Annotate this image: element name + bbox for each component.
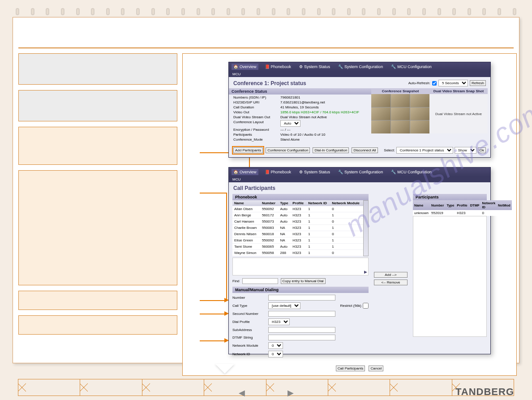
panel-title: Conference 1: Project status Auto-Refres… [229, 77, 490, 87]
conference-config-button[interactable]: Conference Configuration [266, 147, 310, 153]
tab-system-config[interactable]: 🔧 System Configuration [336, 169, 385, 175]
snapshot-area: Conference Snapshot Dual Video Stream Sn… [371, 88, 490, 142]
table-row[interactable]: Wayne Simon550058288H32310 [232, 250, 363, 256]
header-separator [18, 47, 514, 48]
phonebook-table: NameNumberTypeProfileNetwork IDNetwork M… [232, 200, 363, 256]
restrict-checkbox[interactable] [363, 303, 369, 309]
subaddress-label: SubAddress [232, 328, 268, 332]
column-header: Network ID [306, 200, 330, 206]
table-row[interactable]: Allan Olsen550092AutoH32310 [232, 206, 363, 212]
snapshot-grid [371, 94, 429, 133]
right-column: 🏠 Overview 📕 Phonebook ⚙ System Status 🔧… [182, 53, 517, 376]
copy-entry-button[interactable]: Copy entry to Manual Dial [281, 278, 326, 284]
add-participants-button[interactable]: Add Participants [233, 147, 263, 153]
add-button[interactable]: Add --> [374, 272, 408, 278]
table-row[interactable]: Charlie Brown550083NAH32311 [232, 225, 363, 231]
table-row[interactable]: Tami Stone560065AutoH32311 [232, 244, 363, 250]
find-input[interactable] [242, 278, 278, 284]
status-key: Participants [233, 133, 280, 137]
scrollbar[interactable] [363, 200, 369, 256]
table-row[interactable]: Dennis Nilsen560018NAH32310 [232, 231, 363, 237]
restrict-label: Restrict (56k) [340, 304, 361, 308]
status-value: --- / --- [280, 128, 291, 132]
call-type-label: Call Type [232, 304, 268, 308]
nav-segment[interactable] [80, 379, 142, 396]
table-row[interactable]: Carl Hansen550073AutoH32310 [232, 219, 363, 225]
status-key: Dual Video Stream Out [233, 115, 280, 119]
remove-button[interactable]: <-- Remove [374, 280, 408, 285]
network-id-select[interactable]: 0 [268, 351, 283, 357]
status-value: 7960821801 [280, 95, 300, 99]
column-header: Number [430, 200, 445, 210]
subaddress-input[interactable] [268, 327, 335, 333]
auto-refresh-checkbox[interactable] [432, 81, 437, 86]
tab-bar: 🏠 Overview 📕 Phonebook ⚙ System Status 🔧… [229, 62, 490, 71]
table-row[interactable]: unknown552019H3230 [413, 210, 512, 216]
left-box-1 [18, 53, 177, 85]
second-number-label: Second Number [232, 312, 268, 316]
connector-line-2h [200, 193, 227, 194]
nav-segment[interactable] [328, 379, 390, 396]
status-heading: Conference Status [229, 88, 371, 95]
dial-profile-label: Dial Profile [232, 320, 268, 324]
nav-segment[interactable] [142, 379, 204, 396]
conference-layout-select[interactable]: Auto [280, 120, 300, 127]
find-label: Find [232, 279, 240, 283]
dvs-placeholder: Dual Video Stream not Active [429, 94, 488, 133]
tab-overview[interactable]: 🏠 Overview [232, 169, 258, 175]
tab-mcu-config[interactable]: 🔧 MCU Configuration [389, 64, 433, 70]
tab-bar: 🏠 Overview 📕 Phonebook ⚙ System Status 🔧… [229, 168, 490, 176]
column-header: Name [413, 200, 430, 210]
table-row[interactable]: Elise Green550092NAH32311 [232, 237, 363, 244]
network-module-select[interactable]: 0 [268, 342, 283, 349]
number-label: Number [232, 296, 268, 300]
dial-profile-select[interactable]: H323 [268, 318, 290, 325]
second-number-input[interactable] [268, 311, 335, 317]
tab-phonebook[interactable]: 📕 Phonebook [263, 64, 293, 70]
show-select[interactable]: Show [455, 147, 476, 154]
column-header: Name [232, 200, 260, 206]
column-header: Profile [291, 200, 306, 206]
disconnect-all-button[interactable]: Disconnect All [352, 147, 378, 153]
spiral-binding [16, 8, 516, 17]
column-header: Type [279, 200, 291, 206]
call-type-select[interactable]: [use default] [268, 302, 300, 309]
dtmf-input[interactable] [268, 335, 335, 340]
dialin-config-button[interactable]: Dial-In Configuration [313, 147, 349, 153]
number-input[interactable] [268, 295, 335, 301]
connector-line-4h [200, 314, 227, 314]
column-header: DTMF [469, 200, 481, 210]
scroll-right-icon[interactable]: ▶ [364, 270, 367, 274]
refresh-controls: Auto-Refresh: 5 Seconds Refresh [408, 80, 486, 86]
connector-line-5h [200, 340, 227, 341]
bottom-nav: ◀ ▶ TANDBERG [0, 368, 532, 400]
column-header: Network ID [481, 200, 497, 210]
next-arrow-icon[interactable]: ▶ [287, 388, 294, 398]
conference-buttons: Add Participants Conference Configuratio… [229, 144, 490, 155]
tab-phonebook[interactable]: 📕 Phonebook [263, 169, 293, 175]
tab-system-config[interactable]: 🔧 System Configuration [336, 64, 385, 70]
status-value: 41 Minutes, 19 Seconds [280, 105, 319, 109]
conference-select[interactable]: Conference 1 Project status [396, 147, 453, 154]
status-key: H323ID/SIP URI [233, 100, 280, 104]
tab-mcu-config[interactable]: 🔧 MCU Configuration [389, 169, 433, 175]
nav-segment[interactable] [390, 379, 452, 396]
call-participants-panel: 🏠 Overview 📕 Phonebook ⚙ System Status 🔧… [228, 167, 491, 354]
ok-button[interactable]: Ok [478, 147, 486, 153]
column-header: Profile [455, 200, 468, 210]
refresh-button[interactable]: Refresh [470, 80, 486, 86]
left-box-2 [18, 90, 177, 121]
phonebook-heading: Phonebook [232, 194, 369, 200]
nav-arrows: ◀ ▶ [239, 388, 294, 398]
status-key: Conference Layout [233, 120, 280, 127]
tab-overview[interactable]: 🏠 Overview [232, 64, 258, 70]
mcu-sublabel: MCU [229, 71, 490, 77]
refresh-interval-select[interactable]: 5 Seconds [438, 80, 468, 86]
table-row[interactable]: Ann Berge560172AutoH32311 [232, 212, 363, 219]
prev-arrow-icon[interactable]: ◀ [239, 388, 245, 398]
status-key: Conference_Mode [233, 138, 280, 142]
tab-system-status[interactable]: ⚙ System Status [297, 169, 332, 175]
nav-segment[interactable] [18, 379, 80, 396]
panel-title: Call Participants [229, 182, 490, 192]
tab-system-status[interactable]: ⚙ System Status [297, 64, 332, 70]
